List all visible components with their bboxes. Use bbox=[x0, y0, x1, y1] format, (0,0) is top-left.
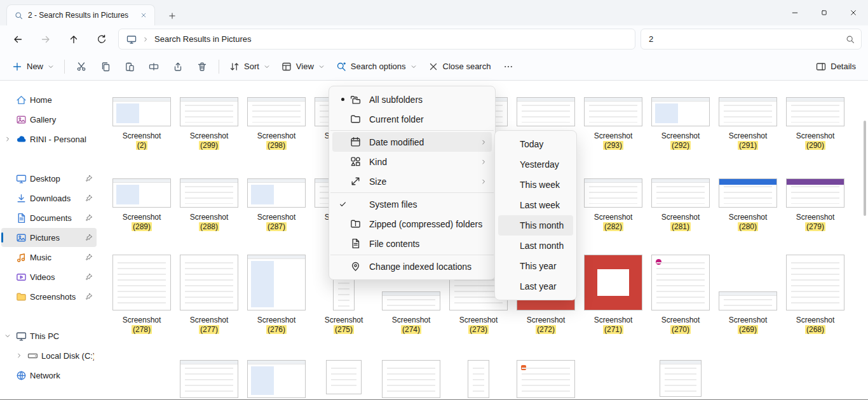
cut-button[interactable] bbox=[69, 56, 93, 77]
file-item[interactable] bbox=[517, 360, 575, 398]
sidebar-item-screenshots[interactable]: Screenshots bbox=[1, 287, 97, 306]
search-match-highlight: (269) bbox=[738, 325, 758, 334]
file-name: Screenshot(291) bbox=[729, 131, 768, 150]
close-search-button[interactable]: Close search bbox=[423, 56, 497, 77]
file-item[interactable]: Screenshot(271) bbox=[584, 250, 642, 335]
new-button[interactable]: New bbox=[6, 56, 60, 77]
file-item[interactable]: Screenshot(282) bbox=[584, 178, 642, 232]
submenu-item-this-month[interactable]: This month bbox=[498, 215, 573, 236]
sidebar-item-local-disk-c[interactable]: Local Disk (C:) bbox=[13, 346, 97, 365]
details-button[interactable]: Details bbox=[810, 56, 862, 77]
file-item[interactable]: Screenshot(299) bbox=[180, 97, 238, 150]
network-icon bbox=[16, 370, 27, 381]
file-item[interactable]: Screenshot(288) bbox=[180, 178, 238, 232]
tab-close-button[interactable] bbox=[137, 8, 151, 22]
sidebar-item-home[interactable]: Home bbox=[1, 90, 97, 109]
sort-button[interactable]: Sort bbox=[224, 56, 276, 77]
file-item[interactable]: Screenshot(269) bbox=[719, 250, 777, 335]
file-item[interactable]: Screenshot(290) bbox=[786, 97, 844, 150]
sidebar-item-downloads[interactable]: Downloads bbox=[1, 189, 97, 208]
back-button[interactable] bbox=[6, 29, 29, 50]
chevron-right-slot[interactable] bbox=[3, 136, 13, 142]
arrow-up-icon bbox=[69, 34, 79, 44]
file-item[interactable] bbox=[180, 360, 238, 398]
file-item[interactable] bbox=[660, 360, 702, 398]
sidebar-item-documents[interactable]: Documents bbox=[1, 208, 97, 227]
delete-button[interactable] bbox=[190, 56, 214, 77]
search-box[interactable] bbox=[641, 29, 862, 50]
file-name: Screenshot(280) bbox=[729, 213, 768, 232]
sort-button-label: Sort bbox=[244, 62, 259, 71]
file-item[interactable]: Screenshot(2) bbox=[112, 97, 171, 150]
submenu-item-last-year[interactable]: Last year bbox=[498, 276, 573, 297]
menu-item-all-subfolders[interactable]: All subfolders bbox=[332, 90, 492, 109]
sidebar-item-desktop[interactable]: Desktop bbox=[1, 169, 97, 188]
file-item[interactable]: Screenshot(278) bbox=[112, 250, 171, 335]
copy-button[interactable] bbox=[93, 56, 118, 77]
vertical-scrollbar[interactable] bbox=[864, 121, 866, 216]
submenu-item-this-week[interactable]: This week bbox=[498, 175, 573, 195]
minimize-button[interactable] bbox=[780, 0, 810, 25]
sidebar-item-pictures[interactable]: Pictures bbox=[1, 228, 97, 247]
menu-item-system-files[interactable]: System files bbox=[332, 194, 492, 214]
maximize-button[interactable] bbox=[810, 0, 839, 25]
file-item[interactable] bbox=[468, 360, 489, 398]
up-button[interactable] bbox=[62, 29, 85, 50]
file-item[interactable]: Screenshot(293) bbox=[584, 97, 642, 150]
chevron-down-slot[interactable] bbox=[3, 333, 13, 339]
search-options-button[interactable]: Search options bbox=[330, 56, 423, 77]
file-item[interactable]: Screenshot(268) bbox=[786, 250, 844, 335]
file-thumbnail bbox=[517, 360, 575, 398]
file-item[interactable]: Screenshot(280) bbox=[719, 178, 777, 232]
chevron-right-slot[interactable] bbox=[14, 352, 24, 359]
menu-item-file-contents[interactable]: File contents bbox=[332, 234, 492, 253]
forward-button[interactable] bbox=[34, 29, 57, 50]
submenu-item-last-week[interactable]: Last week bbox=[498, 195, 573, 215]
share-button[interactable] bbox=[166, 56, 190, 77]
refresh-button[interactable] bbox=[90, 29, 113, 50]
sidebar-item-videos[interactable]: Videos bbox=[1, 267, 97, 286]
close-button[interactable] bbox=[839, 0, 868, 25]
sidebar-item-rini-personal[interactable]: RINI - Personal bbox=[1, 130, 97, 149]
file-item[interactable]: Screenshot(276) bbox=[247, 250, 306, 335]
submenu-arrow bbox=[480, 178, 487, 185]
sidebar-item-this-pc[interactable]: This PC bbox=[1, 326, 97, 345]
view-button[interactable]: View bbox=[276, 56, 330, 77]
sidebar-item-gallery[interactable]: Gallery bbox=[1, 110, 97, 129]
explorer-tab[interactable]: 2 - Search Results in Pictures bbox=[6, 4, 155, 25]
see-more-button[interactable] bbox=[496, 56, 520, 77]
file-name: Screenshot(271) bbox=[594, 316, 633, 335]
rename-button[interactable] bbox=[142, 56, 166, 77]
menu-item-zipped-compressed-folders[interactable]: Zipped (compressed) folders bbox=[332, 214, 492, 234]
submenu-item-yesterday[interactable]: Yesterday bbox=[498, 154, 573, 175]
file-item[interactable]: Screenshot(298) bbox=[247, 97, 306, 150]
file-name: Screenshot(277) bbox=[190, 316, 229, 335]
file-item[interactable]: Screenshot(287) bbox=[247, 178, 306, 232]
sidebar-item-network[interactable]: Network bbox=[1, 366, 97, 385]
file-item[interactable]: Screenshot(291) bbox=[719, 97, 777, 150]
menu-item-date-modified[interactable]: Date modified bbox=[332, 132, 492, 152]
paste-button[interactable] bbox=[118, 56, 142, 77]
file-item[interactable]: Screenshot(281) bbox=[651, 178, 710, 232]
file-item[interactable]: Screenshot(270) bbox=[651, 250, 710, 335]
file-item[interactable]: Screenshot(289) bbox=[112, 178, 171, 232]
menu-item-current-folder[interactable]: Current folder bbox=[332, 109, 492, 129]
new-tab-button[interactable] bbox=[164, 8, 180, 23]
file-thumbnail bbox=[584, 178, 642, 208]
file-item[interactable] bbox=[382, 360, 440, 398]
address-bar[interactable]: Search Results in Pictures bbox=[118, 29, 635, 50]
file-item[interactable] bbox=[247, 360, 306, 398]
menu-item-kind[interactable]: Kind bbox=[332, 152, 492, 171]
file-item[interactable] bbox=[326, 360, 362, 398]
submenu-item-last-month[interactable]: Last month bbox=[498, 236, 573, 256]
file-item[interactable]: Screenshot(279) bbox=[786, 178, 844, 232]
menu-item-change-indexed-locations[interactable]: Change indexed locations bbox=[332, 257, 492, 276]
menu-item-size[interactable]: Size bbox=[332, 171, 492, 191]
submenu-item-today[interactable]: Today bbox=[498, 134, 573, 154]
submenu-item-this-year[interactable]: This year bbox=[498, 256, 573, 276]
file-item[interactable]: Screenshot(277) bbox=[180, 250, 238, 335]
submenu-item-label: This year bbox=[520, 261, 557, 271]
sidebar-item-music[interactable]: Music bbox=[1, 248, 97, 267]
search-input[interactable] bbox=[648, 34, 841, 44]
file-item[interactable]: Screenshot(292) bbox=[651, 97, 710, 150]
